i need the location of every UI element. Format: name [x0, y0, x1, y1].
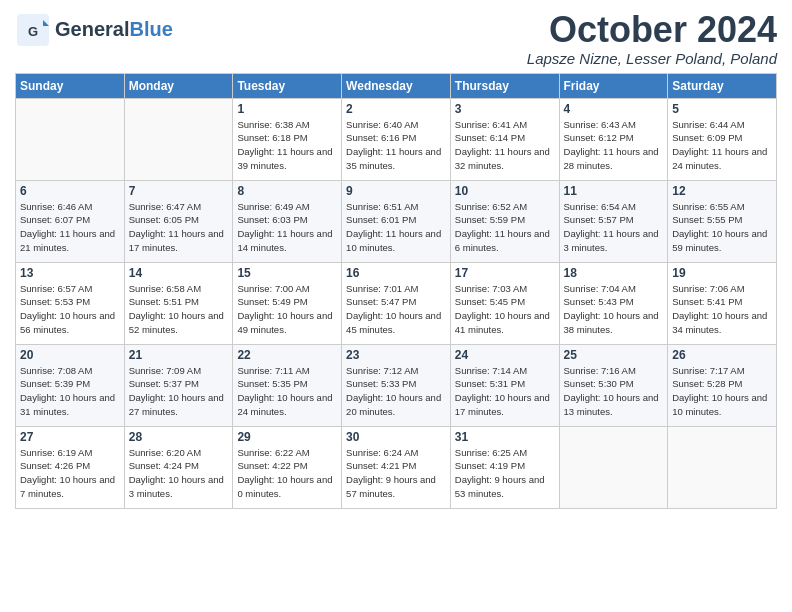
day-number: 21	[129, 348, 229, 362]
title-block: October 2024 Lapsze Nizne, Lesser Poland…	[527, 10, 777, 67]
day-number: 6	[20, 184, 120, 198]
day-number: 10	[455, 184, 555, 198]
day-info: Sunrise: 6:46 AM Sunset: 6:07 PM Dayligh…	[20, 200, 120, 255]
day-info: Sunrise: 6:51 AM Sunset: 6:01 PM Dayligh…	[346, 200, 446, 255]
day-info: Sunrise: 6:38 AM Sunset: 6:18 PM Dayligh…	[237, 118, 337, 173]
header-row: SundayMondayTuesdayWednesdayThursdayFrid…	[16, 73, 777, 98]
calendar-cell: 5Sunrise: 6:44 AM Sunset: 6:09 PM Daylig…	[668, 98, 777, 180]
calendar-header: SundayMondayTuesdayWednesdayThursdayFrid…	[16, 73, 777, 98]
day-number: 26	[672, 348, 772, 362]
day-info: Sunrise: 7:14 AM Sunset: 5:31 PM Dayligh…	[455, 364, 555, 419]
logo-text-block: GeneralBlue	[55, 18, 173, 40]
calendar-cell: 10Sunrise: 6:52 AM Sunset: 5:59 PM Dayli…	[450, 180, 559, 262]
calendar-cell: 27Sunrise: 6:19 AM Sunset: 4:26 PM Dayli…	[16, 426, 125, 508]
day-info: Sunrise: 6:41 AM Sunset: 6:14 PM Dayligh…	[455, 118, 555, 173]
day-info: Sunrise: 7:17 AM Sunset: 5:28 PM Dayligh…	[672, 364, 772, 419]
day-number: 7	[129, 184, 229, 198]
day-info: Sunrise: 7:03 AM Sunset: 5:45 PM Dayligh…	[455, 282, 555, 337]
header-day-tuesday: Tuesday	[233, 73, 342, 98]
calendar-cell: 12Sunrise: 6:55 AM Sunset: 5:55 PM Dayli…	[668, 180, 777, 262]
day-info: Sunrise: 6:49 AM Sunset: 6:03 PM Dayligh…	[237, 200, 337, 255]
location: Lapsze Nizne, Lesser Poland, Poland	[527, 50, 777, 67]
day-number: 31	[455, 430, 555, 444]
calendar-cell: 31Sunrise: 6:25 AM Sunset: 4:19 PM Dayli…	[450, 426, 559, 508]
calendar-cell: 22Sunrise: 7:11 AM Sunset: 5:35 PM Dayli…	[233, 344, 342, 426]
calendar-cell: 30Sunrise: 6:24 AM Sunset: 4:21 PM Dayli…	[342, 426, 451, 508]
day-number: 5	[672, 102, 772, 116]
calendar-cell: 21Sunrise: 7:09 AM Sunset: 5:37 PM Dayli…	[124, 344, 233, 426]
calendar-cell: 24Sunrise: 7:14 AM Sunset: 5:31 PM Dayli…	[450, 344, 559, 426]
header-day-thursday: Thursday	[450, 73, 559, 98]
calendar-cell: 20Sunrise: 7:08 AM Sunset: 5:39 PM Dayli…	[16, 344, 125, 426]
day-number: 11	[564, 184, 664, 198]
logo: G GeneralBlue	[15, 10, 173, 48]
calendar-cell: 7Sunrise: 6:47 AM Sunset: 6:05 PM Daylig…	[124, 180, 233, 262]
day-info: Sunrise: 6:58 AM Sunset: 5:51 PM Dayligh…	[129, 282, 229, 337]
day-info: Sunrise: 6:55 AM Sunset: 5:55 PM Dayligh…	[672, 200, 772, 255]
header: G GeneralBlue October 2024 Lapsze Nizne,…	[15, 10, 777, 67]
day-number: 2	[346, 102, 446, 116]
day-info: Sunrise: 6:43 AM Sunset: 6:12 PM Dayligh…	[564, 118, 664, 173]
calendar-cell: 4Sunrise: 6:43 AM Sunset: 6:12 PM Daylig…	[559, 98, 668, 180]
calendar-cell: 16Sunrise: 7:01 AM Sunset: 5:47 PM Dayli…	[342, 262, 451, 344]
day-number: 25	[564, 348, 664, 362]
day-number: 8	[237, 184, 337, 198]
day-info: Sunrise: 6:24 AM Sunset: 4:21 PM Dayligh…	[346, 446, 446, 501]
calendar-cell: 23Sunrise: 7:12 AM Sunset: 5:33 PM Dayli…	[342, 344, 451, 426]
day-number: 15	[237, 266, 337, 280]
calendar-cell	[124, 98, 233, 180]
calendar-cell: 15Sunrise: 7:00 AM Sunset: 5:49 PM Dayli…	[233, 262, 342, 344]
day-info: Sunrise: 6:22 AM Sunset: 4:22 PM Dayligh…	[237, 446, 337, 501]
calendar-cell: 9Sunrise: 6:51 AM Sunset: 6:01 PM Daylig…	[342, 180, 451, 262]
logo-name: GeneralBlue	[55, 18, 173, 40]
day-info: Sunrise: 7:09 AM Sunset: 5:37 PM Dayligh…	[129, 364, 229, 419]
calendar-cell: 18Sunrise: 7:04 AM Sunset: 5:43 PM Dayli…	[559, 262, 668, 344]
page: G GeneralBlue October 2024 Lapsze Nizne,…	[0, 0, 792, 612]
week-row-2: 6Sunrise: 6:46 AM Sunset: 6:07 PM Daylig…	[16, 180, 777, 262]
week-row-5: 27Sunrise: 6:19 AM Sunset: 4:26 PM Dayli…	[16, 426, 777, 508]
day-number: 24	[455, 348, 555, 362]
calendar-cell: 26Sunrise: 7:17 AM Sunset: 5:28 PM Dayli…	[668, 344, 777, 426]
calendar-cell: 2Sunrise: 6:40 AM Sunset: 6:16 PM Daylig…	[342, 98, 451, 180]
header-day-monday: Monday	[124, 73, 233, 98]
calendar-cell	[16, 98, 125, 180]
day-number: 19	[672, 266, 772, 280]
day-info: Sunrise: 7:08 AM Sunset: 5:39 PM Dayligh…	[20, 364, 120, 419]
week-row-3: 13Sunrise: 6:57 AM Sunset: 5:53 PM Dayli…	[16, 262, 777, 344]
day-info: Sunrise: 7:01 AM Sunset: 5:47 PM Dayligh…	[346, 282, 446, 337]
day-info: Sunrise: 6:54 AM Sunset: 5:57 PM Dayligh…	[564, 200, 664, 255]
calendar-cell: 25Sunrise: 7:16 AM Sunset: 5:30 PM Dayli…	[559, 344, 668, 426]
day-number: 17	[455, 266, 555, 280]
day-number: 23	[346, 348, 446, 362]
logo-icon: G	[15, 12, 51, 48]
header-day-sunday: Sunday	[16, 73, 125, 98]
day-number: 29	[237, 430, 337, 444]
day-number: 20	[20, 348, 120, 362]
calendar-body: 1Sunrise: 6:38 AM Sunset: 6:18 PM Daylig…	[16, 98, 777, 508]
calendar-cell: 17Sunrise: 7:03 AM Sunset: 5:45 PM Dayli…	[450, 262, 559, 344]
calendar-table: SundayMondayTuesdayWednesdayThursdayFrid…	[15, 73, 777, 509]
calendar-cell: 1Sunrise: 6:38 AM Sunset: 6:18 PM Daylig…	[233, 98, 342, 180]
calendar-cell: 13Sunrise: 6:57 AM Sunset: 5:53 PM Dayli…	[16, 262, 125, 344]
day-info: Sunrise: 6:19 AM Sunset: 4:26 PM Dayligh…	[20, 446, 120, 501]
day-info: Sunrise: 6:57 AM Sunset: 5:53 PM Dayligh…	[20, 282, 120, 337]
calendar-cell: 29Sunrise: 6:22 AM Sunset: 4:22 PM Dayli…	[233, 426, 342, 508]
calendar-cell	[668, 426, 777, 508]
day-number: 1	[237, 102, 337, 116]
day-number: 18	[564, 266, 664, 280]
svg-text:G: G	[28, 24, 38, 39]
day-number: 9	[346, 184, 446, 198]
week-row-4: 20Sunrise: 7:08 AM Sunset: 5:39 PM Dayli…	[16, 344, 777, 426]
day-info: Sunrise: 7:00 AM Sunset: 5:49 PM Dayligh…	[237, 282, 337, 337]
day-number: 16	[346, 266, 446, 280]
day-info: Sunrise: 7:11 AM Sunset: 5:35 PM Dayligh…	[237, 364, 337, 419]
day-number: 13	[20, 266, 120, 280]
day-info: Sunrise: 6:20 AM Sunset: 4:24 PM Dayligh…	[129, 446, 229, 501]
day-number: 28	[129, 430, 229, 444]
day-info: Sunrise: 7:06 AM Sunset: 5:41 PM Dayligh…	[672, 282, 772, 337]
day-number: 14	[129, 266, 229, 280]
day-number: 4	[564, 102, 664, 116]
day-info: Sunrise: 6:47 AM Sunset: 6:05 PM Dayligh…	[129, 200, 229, 255]
calendar-cell	[559, 426, 668, 508]
calendar-cell: 14Sunrise: 6:58 AM Sunset: 5:51 PM Dayli…	[124, 262, 233, 344]
